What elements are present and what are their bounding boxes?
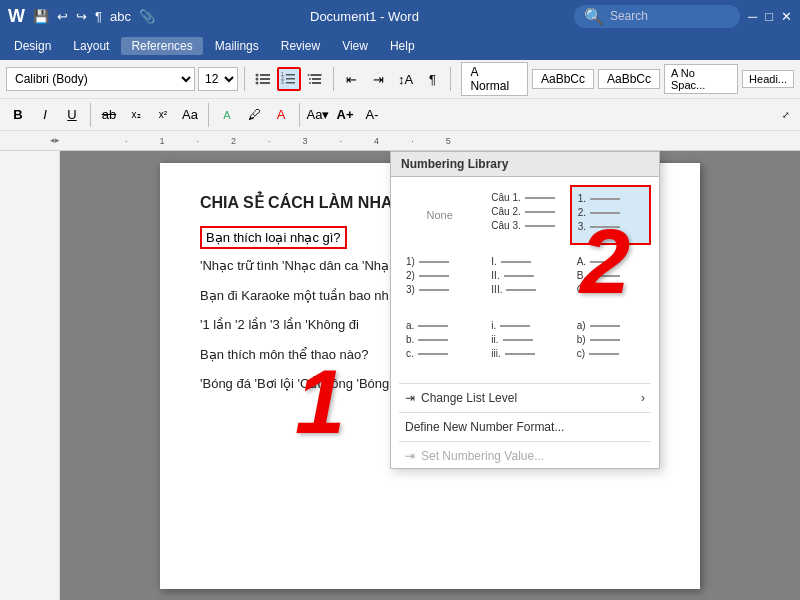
font-name-select[interactable]: Calibri (Body)	[6, 67, 195, 91]
style-normal[interactable]: A Normal	[461, 62, 528, 96]
toolbars: Calibri (Body) 12 1.2.3. ⇤ ⇥ ↕A ¶ A Norm…	[0, 60, 800, 131]
styles-preview: A Normal AaBbCc AaBbCc A No Spac... Head…	[461, 62, 794, 96]
numbering-cell-num-dot[interactable]: 1. 2. 3.	[570, 185, 651, 245]
sep4	[90, 103, 91, 127]
style-aabbcc1[interactable]: AaBbCc	[532, 69, 594, 89]
bold-button[interactable]: B	[6, 103, 30, 127]
dropdown-sep3	[399, 441, 651, 442]
decrease-indent-button[interactable]: ⇤	[340, 67, 364, 91]
dropdown-sep1	[399, 383, 651, 384]
svg-point-2	[255, 78, 258, 81]
increase-indent-button[interactable]: ⇥	[367, 67, 391, 91]
svg-rect-9	[286, 78, 295, 80]
separator	[244, 67, 245, 91]
change-case-button[interactable]: Aa▾	[306, 103, 330, 127]
style-nospac[interactable]: A No Spac...	[664, 64, 738, 94]
quick-access-save[interactable]: 💾	[33, 9, 49, 24]
menu-view[interactable]: View	[332, 37, 378, 55]
menu-design[interactable]: Design	[4, 37, 61, 55]
numbering-cell-alpha-lower[interactable]: a. b. c.	[399, 313, 480, 373]
indent-icon: ⇥	[405, 391, 415, 405]
numbering-grid: None Câu 1. Câu 2. Câu 3. 1. 2. 3.	[391, 177, 659, 381]
ruler-marks: ·1 ·2 ·3 ·4 ·5	[125, 136, 451, 146]
style-heading[interactable]: Headi...	[742, 70, 794, 88]
disabled-icon: ⇥	[405, 449, 415, 463]
numbering-library-dropdown: Numbering Library None Câu 1. Câu 2. Câu…	[390, 151, 660, 469]
clip-icon: 📎	[139, 9, 155, 24]
menu-bar: Design Layout References Mailings Review…	[0, 32, 800, 60]
numbering-cell-none[interactable]: None	[399, 185, 480, 245]
list-buttons-group: 1.2.3.	[251, 67, 327, 91]
title-bar: W 💾 ↩ ↪ ¶ abc 📎 Document1 - Word 🔍 ─ □ ✕	[0, 0, 800, 32]
highlight-button[interactable]: 🖊	[242, 103, 266, 127]
toolbar-row1: Calibri (Body) 12 1.2.3. ⇤ ⇥ ↕A ¶ A Norm…	[0, 60, 800, 99]
document-title: Document1 - Word	[155, 9, 574, 24]
multilevel-list-button[interactable]	[303, 67, 327, 91]
strikethrough-button[interactable]: ab	[97, 103, 121, 127]
menu-mailings[interactable]: Mailings	[205, 37, 269, 55]
grow-font-button[interactable]: A+	[333, 103, 357, 127]
superscript-button[interactable]: x²	[151, 103, 175, 127]
svg-point-16	[309, 82, 311, 84]
clear-formatting-button[interactable]: Aa	[178, 103, 202, 127]
italic-button[interactable]: I	[33, 103, 57, 127]
word-icon: W	[8, 6, 25, 27]
minimize-btn[interactable]: ─	[748, 9, 757, 24]
sort-button[interactable]: ↕A	[394, 67, 418, 91]
svg-rect-13	[310, 74, 321, 76]
subscript-button[interactable]: x₂	[124, 103, 148, 127]
svg-point-14	[309, 78, 311, 80]
numbering-cell-cau[interactable]: Câu 1. Câu 2. Câu 3.	[484, 185, 565, 245]
bullets-button[interactable]	[251, 67, 275, 91]
svg-point-0	[255, 74, 258, 77]
toolbar-row2: B I U ab x₂ x² Aa A 🖊 A Aa▾ A+ A- ⤢	[0, 99, 800, 131]
sidebar-margin	[0, 151, 60, 600]
close-btn[interactable]: ✕	[781, 9, 792, 24]
title-bar-left: W 💾 ↩ ↪ ¶ abc 📎	[8, 6, 155, 27]
numbering-cell-num-paren[interactable]: 1) 2) 3)	[399, 249, 480, 309]
ruler: ◂▸ ·1 ·2 ·3 ·4 ·5	[0, 131, 800, 151]
menu-references[interactable]: References	[121, 37, 202, 55]
menu-layout[interactable]: Layout	[63, 37, 119, 55]
numbering-cell-roman-lower[interactable]: i. ii. iii.	[484, 313, 565, 373]
text-effects-button[interactable]: A	[215, 103, 239, 127]
svg-rect-11	[286, 82, 295, 84]
search-input[interactable]	[610, 9, 730, 23]
sep6	[299, 103, 300, 127]
svg-rect-7	[286, 74, 295, 76]
arrow-right-icon: ›	[641, 391, 645, 405]
svg-text:3.: 3.	[281, 79, 285, 85]
font-size-select[interactable]: 12	[198, 67, 238, 91]
svg-point-12	[307, 74, 309, 76]
change-list-level-action[interactable]: ⇥ Change List Level ›	[391, 386, 659, 410]
svg-rect-17	[312, 82, 321, 84]
font-dialog-btn[interactable]: ⤢	[778, 107, 794, 123]
style-aabbcc2[interactable]: AaBbCc	[598, 69, 660, 89]
maximize-btn[interactable]: □	[765, 9, 773, 24]
define-new-format-action[interactable]: Define New Number Format...	[391, 415, 659, 439]
numbering-cell-alpha-upper[interactable]: A. B. C.	[570, 249, 651, 309]
dropdown-sep2	[399, 412, 651, 413]
svg-point-4	[255, 82, 258, 85]
spellcheck-icon: abc	[110, 9, 131, 24]
sep5	[208, 103, 209, 127]
numbering-cell-roman-upper[interactable]: I. II. III.	[484, 249, 565, 309]
svg-rect-15	[312, 78, 321, 80]
numbering-button[interactable]: 1.2.3.	[277, 67, 301, 91]
pilcrow-icon: ¶	[95, 9, 102, 24]
pilcrow-button[interactable]: ¶	[421, 67, 445, 91]
svg-rect-1	[260, 74, 270, 76]
quick-access-redo[interactable]: ↪	[76, 9, 87, 24]
underline-button[interactable]: U	[60, 103, 84, 127]
font-color-button[interactable]: A	[269, 103, 293, 127]
search-box[interactable]: 🔍	[574, 5, 740, 28]
numbering-cell-alpha-paren[interactable]: a) b) c)	[570, 313, 651, 373]
numbering-library-header: Numbering Library	[391, 152, 659, 177]
menu-help[interactable]: Help	[380, 37, 425, 55]
separator2	[333, 67, 334, 91]
separator3	[450, 67, 451, 91]
svg-rect-5	[260, 82, 270, 84]
quick-access-undo[interactable]: ↩	[57, 9, 68, 24]
shrink-font-button[interactable]: A-	[360, 103, 384, 127]
menu-review[interactable]: Review	[271, 37, 330, 55]
